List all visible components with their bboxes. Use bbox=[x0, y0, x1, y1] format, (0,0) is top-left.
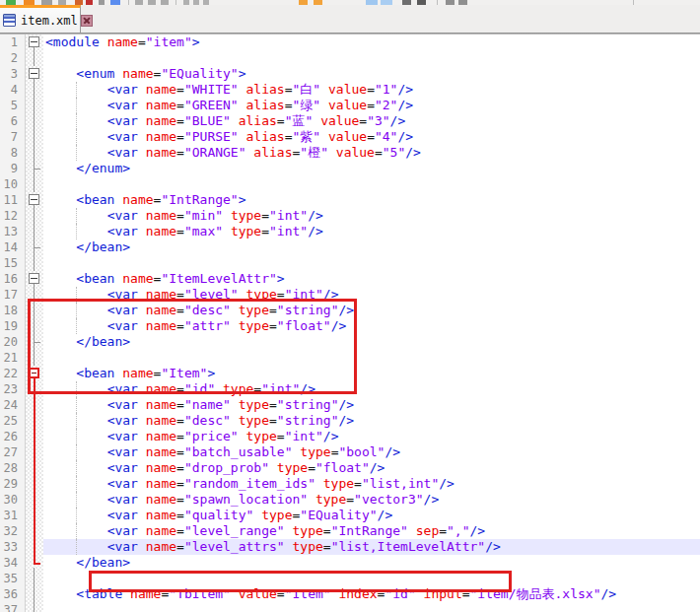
code-text[interactable]: <var name="price" type="int"/> bbox=[43, 429, 700, 444]
code-text[interactable] bbox=[43, 602, 700, 612]
code-text[interactable]: <var name="GREEN" alias="绿" value="2"/> bbox=[43, 98, 700, 113]
code-line[interactable]: 28 <var name="drop_prob" type="float"/> bbox=[0, 460, 700, 476]
code-line[interactable]: 18 <var name="desc" type="string"/> bbox=[0, 303, 700, 318]
code-line[interactable]: 20 </bean> bbox=[0, 334, 700, 350]
code-line[interactable]: 31 <var name="quality" type="EQuality"/> bbox=[0, 508, 700, 523]
code-text[interactable] bbox=[43, 50, 700, 66]
code-line[interactable]: 8 <var name="ORANGE" alias="橙" value="5"… bbox=[0, 145, 700, 161]
code-line[interactable]: 33 <var name="level_attrs" type="list,It… bbox=[0, 539, 700, 555]
code-line[interactable]: 14 </bean> bbox=[0, 239, 700, 255]
fold-collapse-icon[interactable] bbox=[29, 68, 39, 79]
code-line[interactable]: 10 bbox=[0, 176, 700, 192]
code-line[interactable]: 36 <table name="TbItem" value="Item" ind… bbox=[0, 586, 700, 602]
code-line[interactable]: 25 <var name="desc" type="string"/> bbox=[0, 413, 700, 429]
code-text[interactable]: </bean> bbox=[43, 334, 700, 350]
close-tab-icon[interactable] bbox=[81, 15, 93, 27]
code-line[interactable]: 21 bbox=[0, 350, 700, 366]
code-text[interactable]: <var name="ORANGE" alias="橙" value="5"/> bbox=[43, 145, 700, 161]
code-line[interactable]: 34 </bean> bbox=[0, 555, 700, 571]
code-line[interactable]: 37 bbox=[0, 602, 700, 612]
code-line[interactable]: 4 <var name="WHITE" alias="白" value="1"/… bbox=[0, 82, 700, 98]
code-line[interactable]: 30 <var name="spawn_location" type="vect… bbox=[0, 492, 700, 508]
code-line[interactable]: 3 <enum name="EQuality"> bbox=[0, 66, 700, 82]
line-number: 1 bbox=[0, 34, 26, 50]
code-text[interactable]: <bean name="ItemLevelAttr"> bbox=[43, 271, 700, 287]
code-text[interactable]: <var name="id" type="int"/> bbox=[43, 381, 700, 397]
code-text[interactable]: <var name="attr" type="float"/> bbox=[43, 318, 700, 334]
code-text[interactable] bbox=[43, 176, 700, 192]
code-text[interactable]: <bean name="IntRange"> bbox=[43, 192, 700, 208]
code-text[interactable]: <var name="desc" type="string"/> bbox=[43, 413, 700, 429]
code-text[interactable]: <var name="max" type="int"/> bbox=[43, 224, 700, 239]
code-line[interactable]: 12 <var name="min" type="int"/> bbox=[0, 208, 700, 224]
token-t: <table bbox=[76, 586, 122, 601]
code-text[interactable]: <table name="TbItem" value="Item" index=… bbox=[43, 586, 700, 602]
code-text[interactable]: <var name="level" type="int"/> bbox=[43, 287, 700, 303]
code-text[interactable]: <var name="desc" type="string"/> bbox=[43, 303, 700, 318]
code-line[interactable]: 32 <var name="level_range" type="IntRang… bbox=[0, 523, 700, 539]
code-text[interactable]: <var name="WHITE" alias="白" value="1"/> bbox=[43, 82, 700, 98]
token-p bbox=[100, 34, 107, 49]
fold-margin-cell bbox=[26, 444, 43, 460]
fold-collapse-icon[interactable] bbox=[29, 273, 39, 284]
code-editor[interactable]: 1<module name="item">23 <enum name="EQua… bbox=[0, 34, 700, 612]
code-line[interactable]: 15 bbox=[0, 255, 700, 271]
token-p bbox=[138, 318, 146, 333]
code-line[interactable]: 17 <var name="level" type="int"/> bbox=[0, 287, 700, 303]
code-text[interactable]: <var name="level_range" type="IntRange" … bbox=[43, 523, 700, 539]
token-v: "level_attrs" bbox=[184, 539, 285, 554]
code-text[interactable]: </bean> bbox=[43, 239, 700, 255]
code-line[interactable]: 19 <var name="attr" type="float"/> bbox=[0, 318, 700, 334]
code-line[interactable]: 5 <var name="GREEN" alias="绿" value="2"/… bbox=[0, 98, 700, 113]
code-line[interactable]: 1<module name="item"> bbox=[0, 34, 700, 50]
code-text[interactable]: <module name="item"> bbox=[43, 34, 700, 50]
code-text[interactable]: <var name="min" type="int"/> bbox=[43, 208, 700, 224]
token-e: = bbox=[269, 303, 277, 317]
code-text[interactable] bbox=[43, 255, 700, 271]
code-text[interactable]: <enum name="EQuality"> bbox=[43, 66, 700, 82]
fold-collapse-icon-active[interactable] bbox=[29, 368, 39, 378]
tab-item-xml[interactable]: item.xml bbox=[0, 5, 81, 33]
code-line[interactable]: 11 <bean name="IntRange"> bbox=[0, 192, 700, 208]
code-line[interactable]: 26 <var name="price" type="int"/> bbox=[0, 429, 700, 444]
code-text[interactable] bbox=[43, 571, 700, 586]
code-text[interactable]: <var name="drop_prob" type="float"/> bbox=[43, 460, 700, 476]
token-v: "name" bbox=[184, 397, 231, 412]
token-p bbox=[239, 287, 246, 302]
fold-collapse-icon[interactable] bbox=[29, 36, 39, 47]
code-line[interactable]: 13 <var name="max" type="int"/> bbox=[0, 224, 700, 239]
code-line[interactable]: 6 <var name="BLUE" alias="蓝" value="3"/> bbox=[0, 113, 700, 129]
line-number: 13 bbox=[0, 224, 26, 239]
code-line[interactable]: 29 <var name="random_item_ids" type="lis… bbox=[0, 476, 700, 492]
code-text[interactable]: <var name="BLUE" alias="蓝" value="3"/> bbox=[43, 113, 700, 129]
code-line[interactable]: 35 bbox=[0, 571, 700, 586]
code-line[interactable]: 23 <var name="id" type="int"/> bbox=[0, 381, 700, 397]
fold-end-tick-active bbox=[34, 563, 40, 565]
code-line[interactable]: 2 bbox=[0, 50, 700, 66]
code-text[interactable]: </bean> bbox=[43, 555, 700, 571]
code-text[interactable]: <var name="batch_usable" type="bool"/> bbox=[43, 444, 700, 460]
code-line[interactable]: 22 <bean name="Item"> bbox=[0, 366, 700, 381]
code-line[interactable]: 16 <bean name="ItemLevelAttr"> bbox=[0, 271, 700, 287]
code-text[interactable]: <bean name="Item"> bbox=[43, 366, 700, 381]
token-a: type bbox=[246, 287, 277, 302]
code-text[interactable] bbox=[43, 350, 700, 366]
code-text[interactable]: <var name="name" type="string"/> bbox=[43, 397, 700, 413]
token-e: = bbox=[277, 113, 285, 128]
code-line[interactable]: 24 <var name="name" type="string"/> bbox=[0, 397, 700, 413]
fold-line bbox=[34, 98, 35, 113]
code-line[interactable]: 9 </enum> bbox=[0, 161, 700, 176]
code-text[interactable]: </enum> bbox=[43, 161, 700, 176]
token-e: = bbox=[176, 287, 184, 302]
code-text[interactable]: <var name="spawn_location" type="vector3… bbox=[43, 492, 700, 508]
code-line[interactable]: 27 <var name="batch_usable" type="bool"/… bbox=[0, 444, 700, 460]
code-text[interactable]: <var name="level_attrs" type="list,ItemL… bbox=[43, 539, 700, 555]
fold-collapse-icon[interactable] bbox=[29, 194, 39, 205]
token-p bbox=[231, 586, 239, 601]
code-text[interactable]: <var name="random_item_ids" type="list,i… bbox=[43, 476, 700, 492]
code-text[interactable]: <var name="quality" type="EQuality"/> bbox=[43, 508, 700, 523]
code-line[interactable]: 7 <var name="PURSE" alias="紫" value="4"/… bbox=[0, 129, 700, 145]
token-e: = bbox=[354, 476, 362, 491]
code-text[interactable]: <var name="PURSE" alias="紫" value="4"/> bbox=[43, 129, 700, 145]
fold-margin-cell bbox=[26, 350, 43, 366]
